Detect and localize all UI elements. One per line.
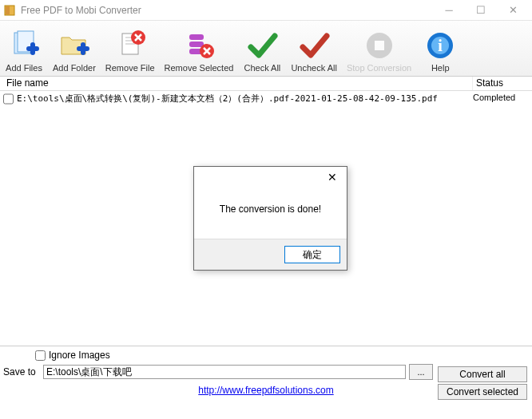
ignore-images-option[interactable]: Ignore Images	[35, 350, 110, 361]
browse-button[interactable]: ...	[409, 364, 433, 380]
remove-file-button[interactable]: Remove File	[101, 22, 160, 74]
maximize-button[interactable]: ☐	[465, 0, 497, 21]
file-checkbox[interactable]	[3, 93, 14, 105]
uncheck-all-button[interactable]: Uncheck All	[286, 22, 341, 74]
help-button[interactable]: i Help	[416, 22, 464, 74]
add-files-icon	[8, 30, 40, 61]
check-icon	[246, 30, 278, 61]
dialog-titlebar: ✕	[194, 167, 347, 188]
check-all-button[interactable]: Check All	[238, 22, 286, 74]
save-to-label: Save to	[3, 366, 40, 377]
minimize-button[interactable]: ─	[433, 0, 465, 21]
file-name-cell: E:\tools\桌面\格式转换\(复制)-新建文本文档（2）(合并）.pdf-…	[17, 93, 473, 105]
app-icon	[3, 4, 16, 17]
remove-file-icon	[114, 30, 146, 61]
add-folder-icon	[58, 30, 90, 61]
add-files-button[interactable]: Add Files	[0, 22, 48, 74]
window-title: Free PDF to Mobi Converter	[21, 5, 433, 16]
svg-text:i: i	[438, 37, 443, 54]
file-status-cell: Completed	[473, 93, 529, 105]
convert-all-button[interactable]: Convert all	[438, 366, 527, 382]
dialog-close-button[interactable]: ✕	[323, 171, 342, 184]
svg-rect-14	[375, 41, 384, 50]
column-filename[interactable]: File name	[3, 77, 473, 90]
remove-selected-icon	[183, 30, 215, 61]
ignore-images-checkbox[interactable]	[35, 350, 46, 361]
convert-selected-button[interactable]: Convert selected	[438, 384, 527, 400]
dialog-message: The conversion is done!	[194, 188, 347, 239]
list-header: File name Status	[0, 77, 532, 91]
svg-rect-1	[6, 6, 10, 14]
website-link[interactable]: http://www.freepdfsolutions.com	[198, 385, 333, 396]
file-row[interactable]: E:\tools\桌面\格式转换\(复制)-新建文本文档（2）(合并）.pdf-…	[0, 91, 532, 106]
stop-icon	[363, 30, 395, 61]
titlebar: Free PDF to Mobi Converter ─ ☐ ✕	[0, 0, 532, 21]
svg-rect-9	[189, 34, 204, 40]
help-icon: i	[424, 30, 456, 61]
uncheck-icon	[298, 30, 330, 61]
column-status[interactable]: Status	[473, 77, 529, 90]
close-button[interactable]: ✕	[497, 0, 529, 21]
dialog-ok-button[interactable]: 确定	[284, 246, 340, 263]
stop-conversion-button: Stop Conversion	[342, 22, 416, 74]
add-folder-button[interactable]: Add Folder	[48, 22, 101, 74]
remove-selected-button[interactable]: Remove Selected	[160, 22, 239, 74]
window-controls: ─ ☐ ✕	[433, 0, 529, 21]
dialog: ✕ The conversion is done! 确定	[193, 166, 347, 271]
save-to-input[interactable]	[43, 365, 406, 379]
action-buttons: Convert all Convert selected	[438, 366, 527, 400]
svg-rect-10	[189, 42, 204, 47]
toolbar: Add Files Add Folder Remove File Remove …	[0, 21, 532, 77]
